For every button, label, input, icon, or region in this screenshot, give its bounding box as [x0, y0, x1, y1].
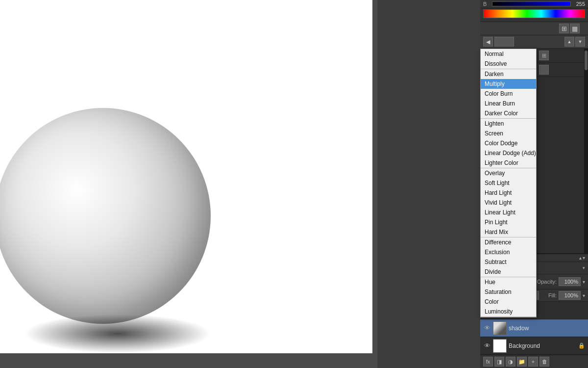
opacity-arrow[interactable]: ▾	[583, 279, 585, 285]
layer-fx-btn[interactable]: fx	[483, 357, 493, 367]
blend-item-divide[interactable]: Divide	[481, 267, 536, 277]
blend-item-vividlight[interactable]: Vivid Light	[481, 198, 536, 208]
color-swatch[interactable]	[494, 37, 514, 47]
right-panel: B 255 ⊞ ▦ ◀ ▲ ▼ Normal Dissolve	[480, 0, 588, 368]
annotation-arrow	[309, 59, 368, 98]
blend-item-luminosity[interactable]: Luminosity	[481, 307, 536, 316]
layer-table-btn[interactable]: ▦	[570, 24, 580, 33]
blend-item-linearburn[interactable]: Linear Burn	[481, 99, 536, 108]
layer-background-thumb	[493, 339, 507, 353]
blend-item-lightercolor[interactable]: Lighter Color	[481, 158, 536, 168]
blend-item-color[interactable]: Color	[481, 297, 536, 307]
rainbow-bar[interactable]	[483, 9, 585, 18]
color-b-label: B	[483, 1, 488, 7]
blend-dropdown-area: Normal Dissolve Darken Multiply Color Bu…	[480, 49, 588, 253]
layer-background-visibility[interactable]: 👁	[483, 342, 491, 350]
right-panel-icons: ▾	[583, 265, 585, 270]
blend-item-dissolve[interactable]: Dissolve	[481, 59, 536, 69]
blend-item-saturation[interactable]: Saturation	[481, 287, 536, 297]
layer-shadow-visibility[interactable]: 👁	[483, 324, 491, 332]
layer-background[interactable]: 👁 Background 🔒	[480, 337, 588, 355]
canvas-area: blend mode = 'Multiply'	[0, 0, 480, 368]
blend-item-softlight[interactable]: Soft Light	[481, 178, 536, 188]
blend-item-darken[interactable]: Darken	[481, 69, 536, 79]
blend-item-lighten[interactable]: Lighten	[481, 119, 536, 129]
scroll-bar[interactable]	[584, 49, 588, 253]
b-slider-track[interactable]	[492, 1, 571, 6]
annotation-line2: = 'Multiply'	[260, 94, 316, 109]
blend-group-5: Difference Exclusion Subtract Divide	[481, 237, 536, 277]
layer-delete-btn[interactable]: 🗑	[539, 357, 549, 367]
collapse-btn[interactable]: ▾	[583, 255, 585, 261]
color-section: B 255	[480, 0, 588, 22]
blend-group-3: Lighten Screen Color Dodge Linear Dodge …	[481, 119, 536, 168]
expand-btn[interactable]: ▴	[579, 255, 582, 261]
right-side-panel: ⊞	[537, 49, 588, 253]
right-buttons: ▲ ▼	[564, 37, 585, 47]
layer-new-btn[interactable]: +	[528, 357, 538, 367]
layers-header-btns: ▴ ▾	[579, 255, 585, 261]
blend-item-linearlight[interactable]: Linear Light	[481, 208, 536, 217]
blend-item-overlay[interactable]: Overlay	[481, 168, 536, 178]
blend-mode-dropdown[interactable]: Normal Dissolve Darken Multiply Color Bu…	[480, 49, 537, 317]
layer-group-btn[interactable]: 📁	[517, 357, 527, 367]
annotation-line1: blend mode	[260, 79, 316, 94]
dark-bg	[377, 0, 480, 368]
arrow-left-btn[interactable]: ◀	[483, 37, 493, 47]
layer-bottom-toolbar: fx ◨ ◑ 📁 + 🗑	[480, 355, 588, 368]
sphere-container	[0, 118, 220, 353]
color-b-row: B 255	[480, 0, 588, 8]
blend-item-screen[interactable]: Screen	[481, 129, 536, 138]
fill-arrow[interactable]: ▾	[583, 293, 585, 298]
fill-label: Fill:	[548, 292, 557, 298]
side-btn1[interactable]: ⊞	[539, 51, 549, 60]
layer-background-name: Background	[509, 342, 576, 349]
blend-item-pinlight[interactable]: Pin Light	[481, 217, 536, 227]
blend-item-hue[interactable]: Hue	[481, 277, 536, 287]
layer-adjustment-btn[interactable]: ◑	[506, 357, 515, 367]
canvas-annotation: blend mode = 'Multiply'	[260, 79, 316, 109]
blend-item-lineardodge[interactable]: Linear Dodge (Add)	[481, 148, 536, 158]
blend-item-colordodge[interactable]: Color Dodge	[481, 138, 536, 148]
blend-item-multiply[interactable]: Multiply	[481, 79, 536, 89]
scroll-down-btn[interactable]: ▼	[575, 37, 585, 47]
sphere	[0, 108, 211, 324]
layer-shadow[interactable]: 👁 shadow	[480, 319, 588, 337]
blend-group-1: Normal Dissolve	[481, 49, 536, 69]
layer-shadow-name: shadow	[509, 325, 585, 332]
blend-item-difference[interactable]: Difference	[481, 237, 536, 247]
chevron-icon[interactable]: ▾	[583, 265, 585, 270]
layer-background-lock-icon: 🔒	[578, 342, 585, 349]
blend-group-4: Overlay Soft Light Hard Light Vivid Ligh…	[481, 168, 536, 237]
tool-buttons: ⊞ ▦	[559, 24, 580, 33]
blend-item-colorburn[interactable]: Color Burn	[481, 89, 536, 99]
side-tool-row1: ⊞	[537, 49, 588, 63]
color-b-value: 255	[573, 1, 585, 7]
opacity-label: Opacity:	[537, 279, 557, 285]
blend-item-hardlight[interactable]: Hard Light	[481, 188, 536, 198]
side-icons: ⊞	[537, 49, 588, 253]
blend-item-normal[interactable]: Normal	[481, 49, 536, 59]
side-tool-row2	[537, 63, 588, 77]
blend-item-darkercolor[interactable]: Darker Color	[481, 108, 536, 118]
layer-shadow-thumb	[493, 321, 507, 335]
tool-icons-row2: ◀ ▲ ▼	[480, 35, 588, 49]
layer-grid-btn[interactable]: ⊞	[559, 24, 569, 33]
sphere-shadow	[24, 314, 211, 353]
blend-item-exclusion[interactable]: Exclusion	[481, 247, 536, 257]
tool-icons-row: ⊞ ▦	[480, 22, 588, 35]
side-btn2[interactable]	[539, 65, 549, 75]
rainbow-bar-container	[480, 8, 588, 22]
scroll-up-btn[interactable]: ▲	[564, 37, 574, 47]
blend-item-subtract[interactable]: Subtract	[481, 257, 536, 267]
scroll-thumb	[585, 51, 588, 70]
blend-group-6: Hue Saturation Color Luminosity	[481, 277, 536, 317]
opacity-value[interactable]: 100%	[559, 277, 581, 286]
fill-value[interactable]: 100%	[559, 291, 581, 300]
layer-mask-btn[interactable]: ◨	[494, 357, 504, 367]
blend-item-hardmix[interactable]: Hard Mix	[481, 227, 536, 237]
blend-group-2: Darken Multiply Color Burn Linear Burn D…	[481, 69, 536, 119]
